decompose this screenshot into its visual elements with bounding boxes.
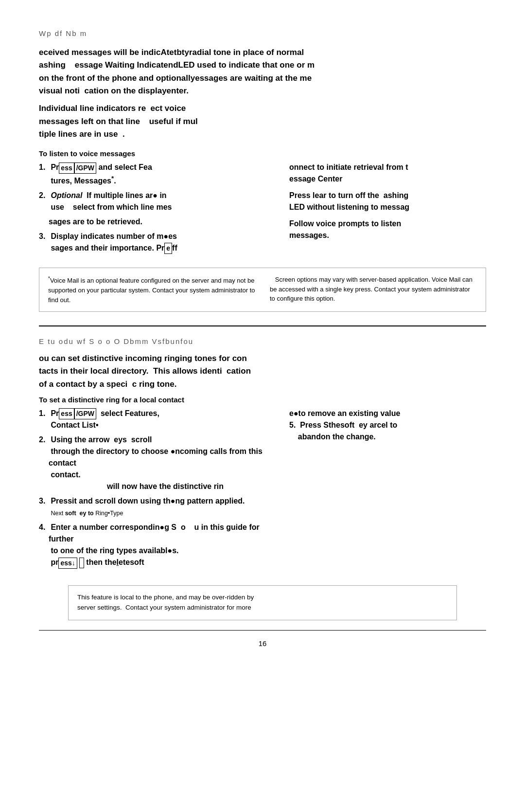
steps2-list: 1. Press/GPW select Features, Contact Li… bbox=[39, 408, 280, 569]
s2-right-block-5: e●to remove an existing value 5. Press S… bbox=[289, 408, 486, 443]
step-1-content: Press/GPW and select Fea tures, Messages… bbox=[49, 163, 152, 185]
step-2-content: Optional If multiple lines ar● in use se… bbox=[49, 191, 172, 211]
s2-step-3-num: 3. bbox=[39, 495, 45, 507]
page: Wp df Nb m eceived messages will be indi… bbox=[0, 0, 525, 812]
press-box-s2-1: ess bbox=[59, 408, 74, 419]
s2-step-4-content: Enter a number correspondin●g S o u in t… bbox=[49, 523, 260, 566]
s2-step-1: 1. Press/GPW select Features, Contact Li… bbox=[39, 408, 280, 431]
page-header: Wp df Nb m bbox=[39, 29, 486, 37]
s2-step-1-num: 1. bbox=[39, 408, 45, 419]
s2-step-2-num: 2. bbox=[39, 434, 45, 446]
s2-step-4-num: 4. bbox=[39, 522, 45, 533]
right-block-3: Follow voice prompts to listen messages. bbox=[289, 218, 486, 241]
s2-step-2-content: Using the arrow eys scroll through the d… bbox=[49, 435, 262, 490]
press-box-1: ess bbox=[59, 162, 74, 174]
step-2-cont: sages are to be retrieved. bbox=[39, 216, 280, 228]
section1-para2: Individual line indicators re ect voice … bbox=[39, 102, 486, 141]
section1-para1: eceived messages will be indicAtetbtyrad… bbox=[39, 46, 486, 97]
steps-right: onnect to initiate retrieval from t essa… bbox=[284, 162, 486, 257]
step-3-content: Display indicates number of m●es sages a… bbox=[49, 232, 177, 252]
right-block-2: Press lear to turn off the ashing LED wi… bbox=[289, 190, 486, 213]
bracket-box bbox=[79, 558, 84, 568]
s2-step-4: 4. Enter a number correspondin●g S o u i… bbox=[39, 522, 280, 568]
gpw-box-1: /GPW bbox=[74, 162, 96, 174]
footer-note-box: This feature is local to the phone, and … bbox=[68, 585, 457, 620]
section1-block: eceived messages will be indicAtetbtyrad… bbox=[39, 46, 486, 141]
step-2-cont-text: sages are to be retrieved. bbox=[49, 217, 142, 226]
steps2-section: 1. Press/GPW select Features, Contact Li… bbox=[39, 408, 486, 572]
checkmark-box: ess↓ bbox=[58, 558, 77, 569]
press-box-3: e bbox=[164, 243, 172, 254]
section2-para: ou can set distinctive incoming ringing … bbox=[39, 352, 486, 391]
s2-step-1-content: Press/GPW select Features, Contact List• bbox=[49, 409, 159, 429]
steps-left: 1. Press/GPW and select Fea tures, Messa… bbox=[39, 162, 284, 257]
note-box: *Voice Mail is an optional feature confi… bbox=[39, 268, 486, 312]
bottom-divider bbox=[39, 630, 486, 631]
next-soft-note: Next soft ey to Ring•Type bbox=[51, 510, 123, 517]
step-2-num: 2. bbox=[39, 190, 45, 201]
step-1-num: 1. bbox=[39, 162, 45, 173]
optional-label: Optional bbox=[51, 191, 82, 199]
steps2-right: e●to remove an existing value 5. Press S… bbox=[284, 408, 486, 572]
section-divider bbox=[39, 325, 486, 326]
step-1: 1. Press/GPW and select Fea tures, Messa… bbox=[39, 162, 280, 187]
note-sup: * bbox=[48, 276, 50, 281]
note-col-1: *Voice Mail is an optional feature confi… bbox=[48, 275, 255, 305]
steps2-left: 1. Press/GPW select Features, Contact Li… bbox=[39, 408, 284, 572]
s2-step-3: 3. Pressit and scroll down using th●ng p… bbox=[39, 495, 280, 519]
step-2: 2. Optional If multiple lines ar● in use… bbox=[39, 190, 280, 213]
section2-header: E tu odu wf S o o O Dbmm Vsfbunfou bbox=[39, 337, 486, 345]
note-col-2: Screen options may vary with server-base… bbox=[270, 275, 477, 305]
s2-step-2: 2. Using the arrow eys scroll through th… bbox=[39, 434, 280, 492]
step-3: 3. Display indicates number of m●es sage… bbox=[39, 231, 280, 254]
step-3-num: 3. bbox=[39, 231, 45, 242]
steps-section: 1. Press/GPW and select Fea tures, Messa… bbox=[39, 162, 486, 257]
gpw-box-s2-1: /GPW bbox=[74, 408, 96, 419]
steps-list: 1. Press/GPW and select Fea tures, Messa… bbox=[39, 162, 280, 254]
page-number: 16 bbox=[39, 639, 486, 648]
listen-heading: To listen to voice messages bbox=[39, 149, 486, 158]
right-block-1: onnect to initiate retrieval from t essa… bbox=[289, 162, 486, 185]
set-ring-heading: To set a distinctive ring for a local co… bbox=[39, 396, 486, 404]
s2-step-3-content: Pressit and scroll down using th●ng patt… bbox=[49, 497, 245, 517]
